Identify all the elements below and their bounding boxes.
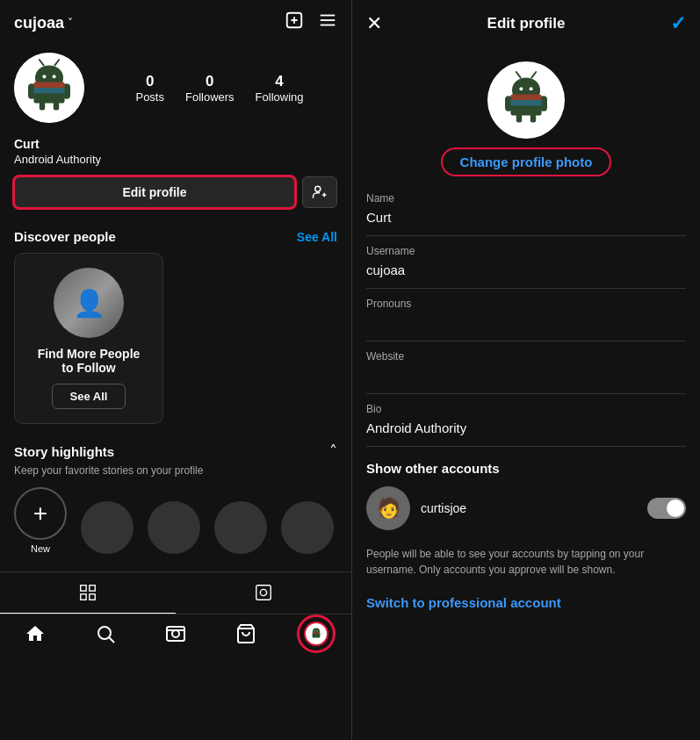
pronouns-input[interactable] xyxy=(366,313,686,332)
discover-title: Discover people xyxy=(14,229,116,244)
svg-rect-44 xyxy=(516,112,522,122)
left-header: cujoaa ˅ xyxy=(0,0,351,46)
story-highlights-header: Story highlights ˄ xyxy=(14,442,337,461)
right-header: ✕ Edit profile ✓ xyxy=(352,0,700,47)
bio-input[interactable] xyxy=(366,419,686,437)
tab-tagged[interactable] xyxy=(176,572,351,614)
highlight-circle-2[interactable] xyxy=(148,501,200,554)
highlight-circle-4[interactable] xyxy=(281,501,334,554)
left-panel: cujoaa ˅ xyxy=(0,0,351,740)
discover-see-all-button[interactable]: See All xyxy=(52,384,126,409)
discover-person-avatar: 👤 xyxy=(54,268,124,338)
svg-rect-30 xyxy=(167,627,184,641)
website-label: Website xyxy=(366,350,686,363)
pronouns-label: Pronouns xyxy=(366,298,686,310)
highlight-add-button[interactable]: + xyxy=(14,487,67,540)
nav-shop[interactable] xyxy=(211,621,281,646)
toggle-knob xyxy=(667,499,684,517)
posts-stat: 0 Posts xyxy=(135,73,164,104)
discover-header: Discover people See All xyxy=(14,229,337,244)
svg-point-14 xyxy=(53,75,56,78)
svg-point-38 xyxy=(317,630,318,631)
svg-rect-45 xyxy=(530,112,536,122)
avatar xyxy=(14,53,84,123)
account-avatar-image: 🧑 xyxy=(366,486,410,530)
highlight-new: + New xyxy=(14,487,67,554)
highlights-row: + New xyxy=(14,487,337,554)
name-label: Name xyxy=(366,192,686,205)
website-field: Website xyxy=(366,341,686,394)
other-account-name: curtisjoe xyxy=(421,501,637,515)
switch-to-professional-link[interactable]: Switch to professional account xyxy=(366,595,561,610)
profile-section: 0 Posts 0 Followers 4 Following xyxy=(0,46,351,133)
show-other-accounts-title: Show other accounts xyxy=(366,461,686,476)
add-post-icon[interactable] xyxy=(285,11,304,35)
discover-see-all-link[interactable]: See All xyxy=(297,230,337,244)
discover-text-line1: Find More People xyxy=(38,347,141,361)
right-panel: ✕ Edit profile ✓ Change profile photo xyxy=(351,0,700,740)
content-tabs xyxy=(0,571,351,614)
svg-point-31 xyxy=(172,630,179,637)
svg-rect-39 xyxy=(313,632,321,634)
person-placeholder-image: 👤 xyxy=(54,268,124,338)
svg-point-19 xyxy=(315,186,321,191)
svg-point-28 xyxy=(98,627,111,639)
posts-label: Posts xyxy=(135,90,164,104)
username-input[interactable] xyxy=(366,261,686,279)
tab-grid[interactable] xyxy=(0,572,176,614)
highlight-new-label: New xyxy=(31,543,50,554)
followers-label: Followers xyxy=(185,90,235,104)
followers-stat: 0 Followers xyxy=(185,73,235,104)
bottom-nav xyxy=(0,614,351,657)
edit-profile-button[interactable]: Edit profile xyxy=(14,176,295,208)
website-input[interactable] xyxy=(366,366,686,384)
close-icon[interactable]: ✕ xyxy=(366,12,382,35)
highlight-circle-1[interactable] xyxy=(81,501,134,554)
svg-rect-51 xyxy=(510,95,541,100)
change-profile-photo-button[interactable]: Change profile photo xyxy=(441,147,612,176)
nav-home[interactable] xyxy=(0,621,70,646)
svg-point-13 xyxy=(42,75,46,78)
bio-label: Bio xyxy=(366,403,686,415)
name-field: Name xyxy=(366,183,686,236)
discover-card: 👤 Find More People to Follow See All xyxy=(14,253,163,424)
save-check-icon[interactable]: ✓ xyxy=(670,12,686,35)
following-label: Following xyxy=(256,90,304,104)
username-area[interactable]: cujoaa ˅ xyxy=(14,14,73,32)
chevron-down-icon: ˅ xyxy=(68,17,73,29)
svg-rect-10 xyxy=(40,100,45,110)
nav-reels[interactable] xyxy=(141,621,211,646)
nav-profile[interactable] xyxy=(281,621,351,646)
header-icons xyxy=(285,11,337,35)
svg-rect-24 xyxy=(81,594,86,600)
highlight-circle-3[interactable] xyxy=(214,501,267,554)
story-highlights-section: Story highlights ˄ Keep your favorite st… xyxy=(0,431,351,561)
following-count: 4 xyxy=(275,73,283,90)
edit-profile-avatar[interactable] xyxy=(487,61,565,139)
username-label: Username xyxy=(366,245,686,257)
story-highlights-collapse-icon[interactable]: ˄ xyxy=(329,442,337,461)
nav-search[interactable] xyxy=(70,621,141,646)
pronouns-field: Pronouns xyxy=(366,289,686,341)
add-friend-button[interactable] xyxy=(302,176,337,208)
followers-count: 0 xyxy=(206,73,213,90)
switch-to-pro-section: Switch to professional account xyxy=(352,588,700,625)
other-account-avatar: 🧑 xyxy=(366,486,410,530)
name-input[interactable] xyxy=(366,208,686,226)
hamburger-menu-icon[interactable] xyxy=(318,11,337,35)
profile-photo-section: Change profile photo xyxy=(352,47,700,183)
svg-point-47 xyxy=(519,87,523,90)
plus-icon: + xyxy=(33,501,47,526)
username-field: Username xyxy=(366,236,686,289)
discover-section: Discover people See All 👤 Find More Peop… xyxy=(0,219,351,431)
svg-rect-25 xyxy=(90,594,95,600)
profile-name: Curt xyxy=(0,133,351,153)
discover-text-line2: to Follow xyxy=(38,361,141,375)
svg-rect-22 xyxy=(81,586,86,591)
svg-rect-26 xyxy=(256,586,271,600)
svg-rect-17 xyxy=(33,83,64,88)
show-account-toggle[interactable] xyxy=(647,498,686,519)
story-highlights-subtitle: Keep your favorite stories on your profi… xyxy=(14,464,337,477)
bio-field: Bio xyxy=(366,394,686,447)
svg-rect-23 xyxy=(90,586,95,591)
